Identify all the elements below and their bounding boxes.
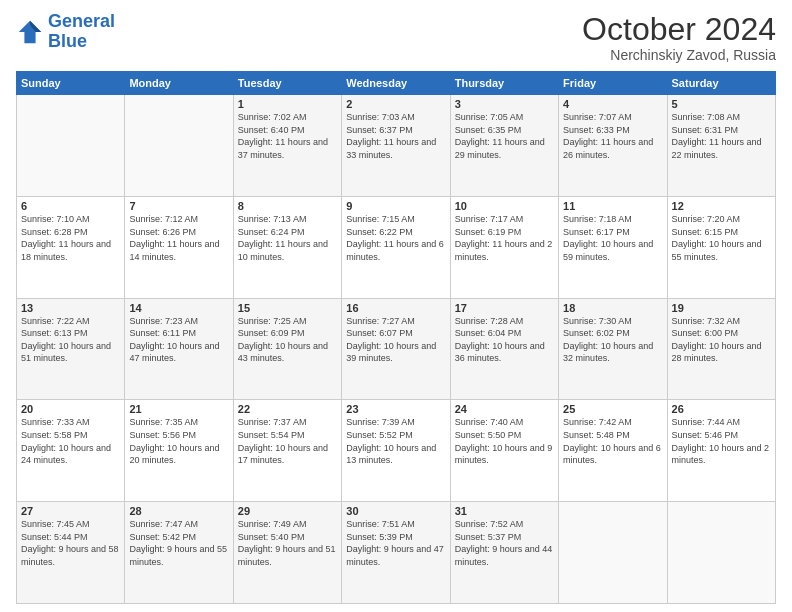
day-content: Sunrise: 7:52 AM Sunset: 5:37 PM Dayligh… [455,518,554,568]
day-content: Sunrise: 7:05 AM Sunset: 6:35 PM Dayligh… [455,111,554,161]
calendar-cell: 27Sunrise: 7:45 AM Sunset: 5:44 PM Dayli… [17,502,125,604]
day-number: 10 [455,200,554,212]
day-number: 3 [455,98,554,110]
day-content: Sunrise: 7:18 AM Sunset: 6:17 PM Dayligh… [563,213,662,263]
day-number: 17 [455,302,554,314]
day-number: 18 [563,302,662,314]
calendar-cell: 13Sunrise: 7:22 AM Sunset: 6:13 PM Dayli… [17,298,125,400]
calendar-week-4: 20Sunrise: 7:33 AM Sunset: 5:58 PM Dayli… [17,400,776,502]
calendar-cell: 21Sunrise: 7:35 AM Sunset: 5:56 PM Dayli… [125,400,233,502]
calendar-cell: 19Sunrise: 7:32 AM Sunset: 6:00 PM Dayli… [667,298,775,400]
header-thursday: Thursday [450,72,558,95]
day-number: 6 [21,200,120,212]
day-number: 8 [238,200,337,212]
calendar-week-1: 1Sunrise: 7:02 AM Sunset: 6:40 PM Daylig… [17,95,776,197]
day-content: Sunrise: 7:15 AM Sunset: 6:22 PM Dayligh… [346,213,445,263]
day-number: 28 [129,505,228,517]
calendar-cell: 7Sunrise: 7:12 AM Sunset: 6:26 PM Daylig… [125,196,233,298]
calendar-cell: 17Sunrise: 7:28 AM Sunset: 6:04 PM Dayli… [450,298,558,400]
calendar-cell: 31Sunrise: 7:52 AM Sunset: 5:37 PM Dayli… [450,502,558,604]
calendar-cell: 22Sunrise: 7:37 AM Sunset: 5:54 PM Dayli… [233,400,341,502]
day-content: Sunrise: 7:20 AM Sunset: 6:15 PM Dayligh… [672,213,771,263]
day-content: Sunrise: 7:23 AM Sunset: 6:11 PM Dayligh… [129,315,228,365]
day-number: 14 [129,302,228,314]
calendar-cell: 2Sunrise: 7:03 AM Sunset: 6:37 PM Daylig… [342,95,450,197]
day-number: 31 [455,505,554,517]
day-content: Sunrise: 7:44 AM Sunset: 5:46 PM Dayligh… [672,416,771,466]
logo-text: General Blue [48,12,115,52]
calendar-cell [125,95,233,197]
calendar-cell: 26Sunrise: 7:44 AM Sunset: 5:46 PM Dayli… [667,400,775,502]
calendar-week-2: 6Sunrise: 7:10 AM Sunset: 6:28 PM Daylig… [17,196,776,298]
calendar-cell: 4Sunrise: 7:07 AM Sunset: 6:33 PM Daylig… [559,95,667,197]
calendar-cell: 10Sunrise: 7:17 AM Sunset: 6:19 PM Dayli… [450,196,558,298]
day-number: 16 [346,302,445,314]
calendar-cell: 11Sunrise: 7:18 AM Sunset: 6:17 PM Dayli… [559,196,667,298]
day-content: Sunrise: 7:49 AM Sunset: 5:40 PM Dayligh… [238,518,337,568]
header-monday: Monday [125,72,233,95]
day-number: 23 [346,403,445,415]
day-content: Sunrise: 7:35 AM Sunset: 5:56 PM Dayligh… [129,416,228,466]
header: General Blue October 2024 Nerchinskiy Za… [16,12,776,63]
day-number: 2 [346,98,445,110]
day-content: Sunrise: 7:10 AM Sunset: 6:28 PM Dayligh… [21,213,120,263]
day-number: 7 [129,200,228,212]
day-content: Sunrise: 7:13 AM Sunset: 6:24 PM Dayligh… [238,213,337,263]
day-content: Sunrise: 7:22 AM Sunset: 6:13 PM Dayligh… [21,315,120,365]
calendar-cell: 20Sunrise: 7:33 AM Sunset: 5:58 PM Dayli… [17,400,125,502]
day-number: 4 [563,98,662,110]
calendar-cell: 1Sunrise: 7:02 AM Sunset: 6:40 PM Daylig… [233,95,341,197]
calendar-cell: 16Sunrise: 7:27 AM Sunset: 6:07 PM Dayli… [342,298,450,400]
calendar-header-row: Sunday Monday Tuesday Wednesday Thursday… [17,72,776,95]
day-number: 21 [129,403,228,415]
calendar-cell: 23Sunrise: 7:39 AM Sunset: 5:52 PM Dayli… [342,400,450,502]
calendar-cell: 12Sunrise: 7:20 AM Sunset: 6:15 PM Dayli… [667,196,775,298]
day-content: Sunrise: 7:37 AM Sunset: 5:54 PM Dayligh… [238,416,337,466]
day-content: Sunrise: 7:08 AM Sunset: 6:31 PM Dayligh… [672,111,771,161]
calendar-cell: 24Sunrise: 7:40 AM Sunset: 5:50 PM Dayli… [450,400,558,502]
day-number: 11 [563,200,662,212]
day-content: Sunrise: 7:39 AM Sunset: 5:52 PM Dayligh… [346,416,445,466]
day-number: 15 [238,302,337,314]
day-number: 12 [672,200,771,212]
calendar-cell: 9Sunrise: 7:15 AM Sunset: 6:22 PM Daylig… [342,196,450,298]
day-number: 30 [346,505,445,517]
day-number: 9 [346,200,445,212]
day-number: 24 [455,403,554,415]
day-content: Sunrise: 7:51 AM Sunset: 5:39 PM Dayligh… [346,518,445,568]
subtitle: Nerchinskiy Zavod, Russia [582,47,776,63]
day-content: Sunrise: 7:40 AM Sunset: 5:50 PM Dayligh… [455,416,554,466]
day-number: 26 [672,403,771,415]
day-content: Sunrise: 7:47 AM Sunset: 5:42 PM Dayligh… [129,518,228,568]
day-number: 19 [672,302,771,314]
day-number: 25 [563,403,662,415]
page: General Blue October 2024 Nerchinskiy Za… [0,0,792,612]
calendar-cell [559,502,667,604]
day-content: Sunrise: 7:07 AM Sunset: 6:33 PM Dayligh… [563,111,662,161]
calendar-cell: 15Sunrise: 7:25 AM Sunset: 6:09 PM Dayli… [233,298,341,400]
calendar-cell: 18Sunrise: 7:30 AM Sunset: 6:02 PM Dayli… [559,298,667,400]
calendar-cell: 29Sunrise: 7:49 AM Sunset: 5:40 PM Dayli… [233,502,341,604]
day-content: Sunrise: 7:12 AM Sunset: 6:26 PM Dayligh… [129,213,228,263]
day-number: 20 [21,403,120,415]
logo-general: General [48,11,115,31]
day-content: Sunrise: 7:28 AM Sunset: 6:04 PM Dayligh… [455,315,554,365]
calendar-cell: 25Sunrise: 7:42 AM Sunset: 5:48 PM Dayli… [559,400,667,502]
day-content: Sunrise: 7:42 AM Sunset: 5:48 PM Dayligh… [563,416,662,466]
day-number: 13 [21,302,120,314]
day-number: 29 [238,505,337,517]
header-sunday: Sunday [17,72,125,95]
day-content: Sunrise: 7:45 AM Sunset: 5:44 PM Dayligh… [21,518,120,568]
header-tuesday: Tuesday [233,72,341,95]
calendar-cell: 30Sunrise: 7:51 AM Sunset: 5:39 PM Dayli… [342,502,450,604]
day-content: Sunrise: 7:30 AM Sunset: 6:02 PM Dayligh… [563,315,662,365]
calendar-cell: 5Sunrise: 7:08 AM Sunset: 6:31 PM Daylig… [667,95,775,197]
header-friday: Friday [559,72,667,95]
day-content: Sunrise: 7:27 AM Sunset: 6:07 PM Dayligh… [346,315,445,365]
calendar-cell: 28Sunrise: 7:47 AM Sunset: 5:42 PM Dayli… [125,502,233,604]
day-content: Sunrise: 7:03 AM Sunset: 6:37 PM Dayligh… [346,111,445,161]
calendar-week-5: 27Sunrise: 7:45 AM Sunset: 5:44 PM Dayli… [17,502,776,604]
calendar-cell [17,95,125,197]
day-number: 27 [21,505,120,517]
calendar-cell [667,502,775,604]
